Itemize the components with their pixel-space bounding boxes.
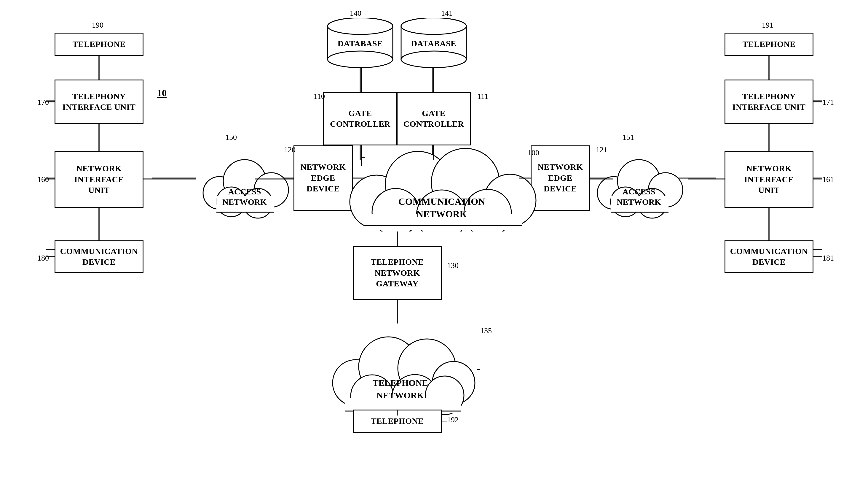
ref-140: 140 [350, 9, 361, 18]
ref-150: 150 [225, 133, 237, 142]
diagram-label-10: 10 [157, 88, 166, 98]
telephony-interface-170: TELEPHONYINTERFACE UNIT [55, 80, 144, 124]
svg-text:COMMUNICATION: COMMUNICATION [398, 196, 485, 207]
ref-160: 160 [37, 175, 49, 184]
svg-point-39 [401, 18, 466, 34]
ref-181: 181 [823, 254, 834, 263]
telephony-interface-171: TELEPHONYINTERFACE UNIT [724, 80, 813, 124]
ref-110: 110 [314, 92, 325, 101]
ref-151: 151 [623, 133, 634, 142]
svg-text:TELEPHONE: TELEPHONE [373, 378, 428, 387]
svg-text:NETWORK: NETWORK [222, 197, 267, 207]
database-140: DATABASE [326, 18, 394, 68]
telephone-network-gateway-130: TELEPHONENETWORKGATEWAY [353, 246, 442, 300]
access-network-150: ACCESS NETWORK [196, 137, 293, 220]
database-141: DATABASE [400, 18, 468, 68]
telephone-190: TELEPHONE [55, 33, 144, 56]
ref-135: 135 [480, 326, 492, 335]
svg-point-34 [328, 18, 393, 34]
ref-130: 130 [447, 261, 459, 270]
ref-161: 161 [823, 175, 834, 184]
ref-190: 190 [92, 21, 103, 30]
svg-text:NETWORK: NETWORK [416, 209, 467, 219]
access-network-151: ACCESS NETWORK [590, 137, 688, 220]
svg-point-38 [401, 51, 466, 68]
ref-111: 111 [477, 92, 488, 101]
ref-192: 192 [447, 415, 459, 425]
svg-text:DATABASE: DATABASE [411, 39, 456, 48]
ref-171: 171 [823, 98, 834, 107]
ref-141: 141 [441, 9, 453, 18]
svg-point-33 [328, 51, 393, 68]
svg-text:ACCESS: ACCESS [623, 187, 655, 196]
communication-device-181: COMMUNICATIONDEVICE [724, 240, 813, 273]
communication-network-100: COMMUNICATION NETWORK [341, 137, 542, 231]
ref-170: 170 [37, 98, 49, 107]
svg-text:NETWORK: NETWORK [376, 390, 424, 400]
telephone-192: TELEPHONE [353, 410, 442, 433]
svg-text:ACCESS: ACCESS [228, 187, 261, 196]
network-interface-160: NETWORKINTERFACEUNIT [55, 151, 144, 208]
svg-text:NETWORK: NETWORK [617, 197, 661, 207]
telephone-191: TELEPHONE [724, 33, 813, 56]
communication-device-180: COMMUNICATIONDEVICE [55, 240, 144, 273]
ref-191: 191 [762, 21, 773, 30]
network-interface-161: NETWORKINTERFACEUNIT [724, 151, 813, 208]
telephone-network-135: TELEPHONE NETWORK [323, 323, 477, 415]
diagram: TELEPHONE 190 TELEPHONYINTERFACE UNIT 17… [0, 0, 868, 490]
svg-text:DATABASE: DATABASE [338, 39, 383, 48]
ref-100: 100 [528, 148, 539, 157]
ref-180: 180 [37, 254, 49, 263]
